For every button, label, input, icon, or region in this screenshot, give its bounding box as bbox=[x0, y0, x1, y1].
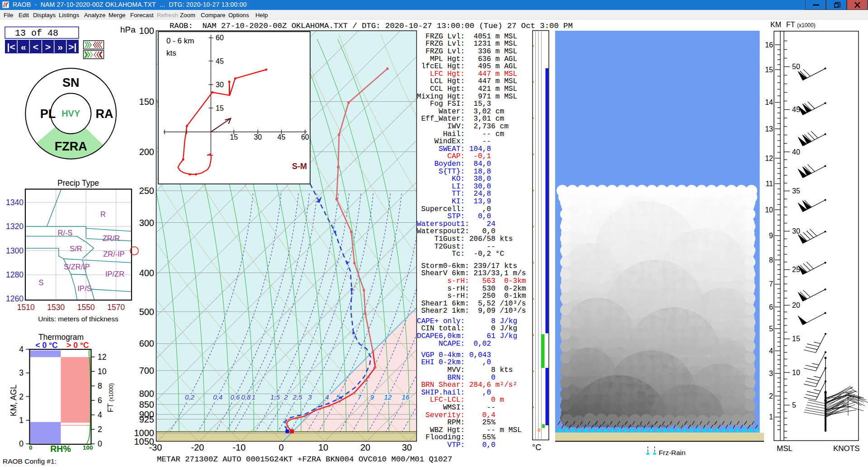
svg-text:ZR/-IP: ZR/-IP bbox=[103, 250, 125, 258]
svg-text:S: S bbox=[38, 278, 43, 287]
svg-text:35: 35 bbox=[792, 187, 800, 195]
svg-text:1510: 1510 bbox=[17, 303, 35, 312]
svg-text:2: 2 bbox=[769, 392, 773, 400]
svg-text:30: 30 bbox=[402, 442, 412, 452]
svg-text:1300: 1300 bbox=[6, 246, 24, 255]
svg-text:20: 20 bbox=[792, 301, 800, 309]
svg-text:500: 500 bbox=[139, 307, 154, 317]
svg-text:5: 5 bbox=[792, 401, 796, 409]
svg-text:1: 1 bbox=[19, 416, 24, 425]
svg-text:KM, AGL: KM, AGL bbox=[9, 385, 18, 416]
svg-text:15: 15 bbox=[765, 66, 773, 74]
svg-text:40: 40 bbox=[792, 148, 800, 156]
svg-text:RAOB: NAM 27-10-2020-00Z OKLA: RAOB: NAM 27-10-2020-00Z OKLAHOMA.TXT / … bbox=[170, 22, 573, 30]
svg-text:SN: SN bbox=[62, 76, 80, 89]
svg-text:10: 10 bbox=[792, 369, 800, 376]
svg-text:925: 925 bbox=[139, 414, 154, 424]
svg-text:600: 600 bbox=[139, 338, 154, 348]
svg-text:30: 30 bbox=[216, 81, 224, 89]
svg-text:Frz-Rain: Frz-Rain bbox=[659, 449, 685, 456]
svg-text:0,8: 0,8 bbox=[241, 393, 251, 401]
svg-text:15: 15 bbox=[216, 104, 224, 112]
svg-text:800: 800 bbox=[139, 389, 154, 399]
svg-text:0: 0 bbox=[19, 439, 24, 448]
svg-text:0,4: 0,4 bbox=[213, 393, 222, 401]
svg-text:kts: kts bbox=[166, 49, 176, 57]
svg-text:RAOB Config #1:: RAOB Config #1: bbox=[3, 457, 57, 465]
svg-text:3: 3 bbox=[19, 368, 24, 377]
svg-text:PL: PL bbox=[40, 107, 56, 121]
svg-text:METAR 271300Z AUTO 00015G24KT: METAR 271300Z AUTO 00015G24KT +FZRA BKN0… bbox=[157, 455, 452, 464]
svg-text:3: 3 bbox=[308, 393, 312, 401]
svg-text:7: 7 bbox=[769, 280, 773, 288]
svg-text:12: 12 bbox=[384, 393, 392, 401]
svg-text:8: 8 bbox=[98, 381, 102, 390]
svg-text:1570: 1570 bbox=[107, 303, 125, 312]
svg-text:13: 13 bbox=[765, 125, 773, 133]
svg-text:100: 100 bbox=[139, 26, 154, 36]
svg-text:KNOTS: KNOTS bbox=[833, 444, 860, 453]
svg-text:2,5: 2,5 bbox=[292, 393, 303, 401]
svg-text:>|: >| bbox=[68, 42, 76, 52]
svg-text:Thermogram: Thermogram bbox=[38, 333, 84, 342]
svg-text:MSL: MSL bbox=[777, 444, 793, 453]
svg-text:20: 20 bbox=[360, 442, 370, 452]
svg-text:4: 4 bbox=[325, 393, 329, 401]
svg-text:0: 0 bbox=[98, 439, 102, 448]
svg-text:0: 0 bbox=[29, 444, 33, 451]
svg-text:10: 10 bbox=[765, 206, 773, 214]
svg-text:150: 150 bbox=[139, 97, 154, 107]
svg-text:3: 3 bbox=[769, 370, 773, 377]
svg-text:IP/ZR: IP/ZR bbox=[105, 270, 124, 278]
svg-text:60: 60 bbox=[301, 133, 309, 141]
svg-text:9: 9 bbox=[370, 393, 374, 401]
svg-text:FZRA: FZRA bbox=[55, 140, 87, 153]
svg-text:10: 10 bbox=[98, 367, 107, 376]
svg-text:RA: RA bbox=[96, 107, 113, 121]
svg-text:IP/S: IP/S bbox=[77, 284, 91, 292]
svg-text:FT (x1000): FT (x1000) bbox=[786, 21, 816, 28]
svg-text:1: 1 bbox=[252, 393, 255, 401]
svg-text:300: 300 bbox=[139, 218, 154, 228]
svg-text:30: 30 bbox=[792, 227, 800, 235]
svg-text:12: 12 bbox=[765, 155, 773, 162]
svg-text:°C: °C bbox=[532, 443, 541, 452]
svg-text:400: 400 bbox=[139, 268, 154, 278]
svg-text:12: 12 bbox=[98, 352, 106, 362]
svg-text:2: 2 bbox=[98, 425, 102, 434]
svg-text:9: 9 bbox=[769, 232, 773, 240]
svg-text:100: 100 bbox=[83, 444, 93, 451]
svg-text:45: 45 bbox=[216, 57, 224, 65]
svg-text:14: 14 bbox=[765, 99, 773, 106]
svg-text:6: 6 bbox=[769, 303, 773, 311]
svg-text:850: 850 bbox=[139, 400, 154, 409]
svg-text:R: R bbox=[100, 210, 106, 218]
svg-text:S-M: S-M bbox=[292, 162, 307, 171]
svg-text:HVY: HVY bbox=[61, 108, 80, 118]
svg-text:1530: 1530 bbox=[47, 303, 65, 312]
svg-text:< 0 °C: < 0 °C bbox=[35, 341, 58, 350]
svg-text:-10: -10 bbox=[233, 442, 246, 452]
svg-text:11: 11 bbox=[765, 180, 773, 188]
svg-text:2: 2 bbox=[19, 392, 24, 401]
svg-text:200: 200 bbox=[139, 147, 154, 157]
svg-text:5: 5 bbox=[336, 393, 340, 401]
svg-text:-20: -20 bbox=[191, 442, 204, 452]
svg-text:> 0 °C: > 0 °C bbox=[66, 341, 89, 350]
svg-text:Precip Type: Precip Type bbox=[57, 179, 99, 188]
svg-text:13 of 48: 13 of 48 bbox=[15, 28, 58, 38]
svg-text:«: « bbox=[21, 42, 26, 52]
svg-text:8: 8 bbox=[769, 256, 773, 264]
svg-text:700: 700 bbox=[139, 366, 154, 376]
svg-text:S/ZR/IP: S/ZR/IP bbox=[64, 263, 90, 271]
svg-text:0: 0 bbox=[278, 442, 283, 452]
svg-text:|<: |< bbox=[7, 42, 15, 52]
svg-text:1: 1 bbox=[769, 413, 773, 421]
svg-text:1320: 1320 bbox=[6, 222, 24, 231]
svg-text:16: 16 bbox=[765, 41, 773, 49]
svg-text:Units: meters of thickness: Units: meters of thickness bbox=[38, 315, 118, 323]
svg-text:6: 6 bbox=[98, 396, 102, 405]
svg-text:5: 5 bbox=[769, 325, 773, 333]
svg-text:RH%: RH% bbox=[50, 444, 71, 454]
svg-text:0,2: 0,2 bbox=[185, 393, 195, 401]
